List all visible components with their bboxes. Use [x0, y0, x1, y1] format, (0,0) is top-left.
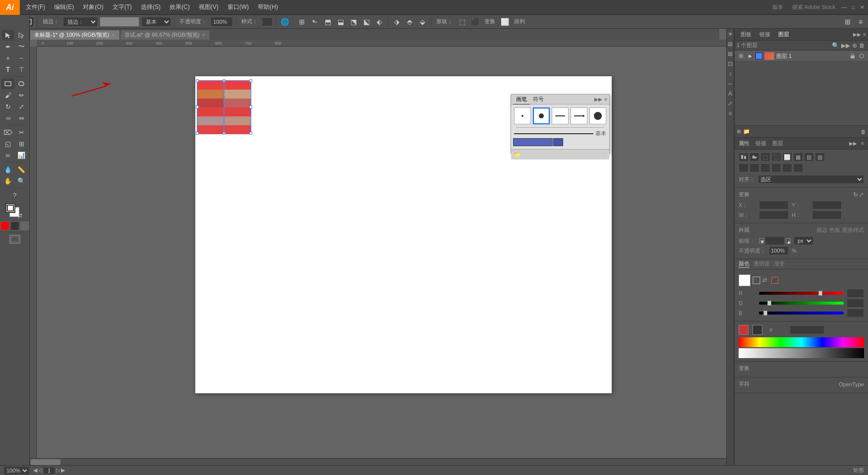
shape-5-right[interactable] [224, 125, 251, 134]
align-bottom-icon-btn[interactable]: ⬖ [374, 16, 385, 27]
layers-tab-links[interactable]: 链接 [755, 29, 774, 40]
layer-1-row[interactable]: ▶ 图层 1 [735, 51, 868, 62]
fr-icon-6[interactable]: ↔ [727, 80, 733, 87]
align-btn-2[interactable] [750, 153, 759, 161]
artboard-tool[interactable] [8, 234, 21, 245]
brushes-expand-icon[interactable]: ▶▶ [594, 97, 602, 102]
layers-expand2-icon[interactable]: ▶▶ [841, 42, 850, 49]
dist2-icon-btn[interactable]: ⬙ [417, 16, 428, 27]
opacity-input[interactable] [211, 17, 233, 27]
app-tab-graphic[interactable]: 图形样式 [842, 226, 864, 234]
align-top-icon-btn[interactable]: ⬔ [348, 16, 359, 27]
r-thumb[interactable] [818, 291, 822, 296]
layers-add-icon[interactable]: ⊕ [737, 128, 741, 135]
layers-search-icon[interactable]: 🔍 [832, 42, 839, 49]
transform-icon2[interactable]: ⤢ [859, 191, 864, 198]
fr-icon-2[interactable]: ⊞ [728, 41, 733, 48]
globe-icon-btn[interactable]: 🌐 [279, 16, 290, 27]
zoom-select[interactable]: 100% [4, 467, 29, 475]
align-center-icon-btn[interactable]: ⬒ [322, 16, 333, 27]
fr-icon-3[interactable]: ⊠ [728, 51, 733, 57]
color-none-icon[interactable] [771, 277, 778, 284]
layers-options-icon[interactable]: ⊕ [852, 42, 857, 49]
arrange-icon-btn[interactable]: ⬜ [499, 16, 510, 27]
g-thumb[interactable] [767, 301, 771, 306]
x-input[interactable] [759, 201, 789, 210]
color-swap-icon[interactable]: ⇄ [762, 277, 769, 284]
props-tab-layers[interactable]: 图层 [772, 140, 783, 147]
swap-colors[interactable]: ⇄ [17, 212, 24, 219]
shape-0-right[interactable] [224, 81, 251, 90]
rotate-tool[interactable]: ↻ [1, 101, 14, 112]
page-next-icon[interactable]: ▷ [56, 467, 60, 474]
fr-icon-1[interactable]: ☀ [728, 31, 733, 38]
tab-close-untitled[interactable]: ✕ [112, 33, 116, 38]
sub-tab-transparency[interactable]: 透明度 [753, 260, 770, 268]
dark-swatch[interactable] [10, 221, 19, 230]
red-swatch[interactable] [0, 221, 9, 230]
menu-select[interactable]: 选择(S) [137, 1, 165, 13]
align-btn-4[interactable]: ⬛ [771, 153, 781, 161]
brush-new-icon[interactable]: 📁 [513, 151, 521, 158]
align-btn-1[interactable] [739, 153, 749, 161]
menu-edit[interactable]: 编辑(E) [50, 1, 78, 13]
tab-untitled[interactable]: 未标题-1* @ 100% (RGB/预览) ✕ [30, 30, 120, 40]
measure-tool[interactable]: 📏 [15, 164, 28, 175]
color-gradient-bar[interactable] [739, 337, 864, 347]
gray-swatch[interactable] [20, 221, 29, 230]
align-dist-btn-3[interactable] [760, 163, 770, 172]
layers-delete-icon[interactable]: 🗑 [859, 42, 865, 49]
brush-dash[interactable] [552, 107, 569, 124]
brushes-tab-brushes[interactable]: 画笔 [513, 95, 530, 105]
hex-input[interactable] [790, 325, 824, 334]
menu-text[interactable]: 文字(T) [109, 1, 136, 13]
align-dist-btn-5[interactable] [782, 163, 792, 172]
fr-icon-5[interactable]: ↕ [729, 70, 732, 77]
color-stroke-swatch[interactable] [752, 276, 760, 284]
menu-object[interactable]: 对象(O) [79, 1, 107, 13]
stroke-select[interactable]: 描边： [63, 17, 98, 27]
layer-1-expand[interactable]: ▶ [747, 53, 753, 59]
brushes-menu-icon[interactable]: ≡ [604, 97, 607, 102]
vertical-type-tool[interactable]: ⊤ [15, 64, 28, 75]
warp-tool[interactable]: ⤼ [1, 112, 14, 123]
handle-mr[interactable] [249, 106, 252, 108]
fill-color-square[interactable] [739, 325, 749, 335]
color-fill-swatch[interactable] [739, 274, 751, 286]
curvature-tool[interactable]: 〜 [15, 41, 28, 52]
brush-dot-large[interactable] [589, 107, 606, 124]
mesh-tool[interactable]: ⊞ [15, 138, 28, 149]
align-dist-btn-1[interactable] [739, 163, 749, 172]
shape-2-left[interactable] [197, 99, 224, 107]
layers-menu-icon[interactable]: ≡ [863, 32, 866, 37]
fr-icon-4[interactable]: ⊡ [728, 60, 733, 67]
hand-tool[interactable]: ✋ [1, 175, 14, 186]
align-btn-6[interactable]: ▦ [793, 153, 803, 161]
app-tab-stroke[interactable]: 描边 [816, 226, 827, 234]
shape-1-right[interactable] [224, 90, 251, 99]
pencil-tool[interactable]: ✏ [15, 90, 28, 101]
app-tab-swatch[interactable]: 色板 [829, 226, 840, 234]
brush-dot-medium[interactable] [533, 107, 550, 124]
props-tab-links[interactable]: 链接 [755, 140, 766, 147]
opacity-props-input[interactable] [769, 246, 789, 255]
handle-ml[interactable] [196, 106, 199, 108]
shape-2-right[interactable] [224, 99, 251, 107]
dist-v-icon-btn[interactable]: ⬘ [404, 16, 415, 27]
type-tool[interactable]: T [1, 64, 14, 75]
stroke-unit-select[interactable]: px [794, 236, 813, 245]
stroke-thickness-input[interactable] [765, 236, 785, 245]
panels-icon-btn[interactable]: ⊞ [842, 16, 853, 27]
w-input[interactable] [759, 211, 789, 219]
more-icon-btn[interactable]: ≡ [855, 16, 866, 27]
align-middle-icon-btn[interactable]: ⬕ [361, 16, 372, 27]
layers-folder-icon[interactable]: 📁 [743, 128, 750, 135]
layers-tab-properties[interactable]: 图板 [737, 29, 755, 40]
align-btn-5[interactable]: ⬜ [782, 153, 792, 161]
rectangle-tool[interactable] [1, 78, 14, 89]
layers-trash-icon[interactable]: 🗑 [861, 129, 866, 135]
align-left-icon-btn[interactable]: ⬑ [309, 16, 320, 27]
page-prev-icon2[interactable]: ◁ [38, 467, 42, 474]
align-right-icon-btn[interactable]: ⬓ [335, 16, 346, 27]
handle-tr[interactable] [249, 79, 252, 82]
